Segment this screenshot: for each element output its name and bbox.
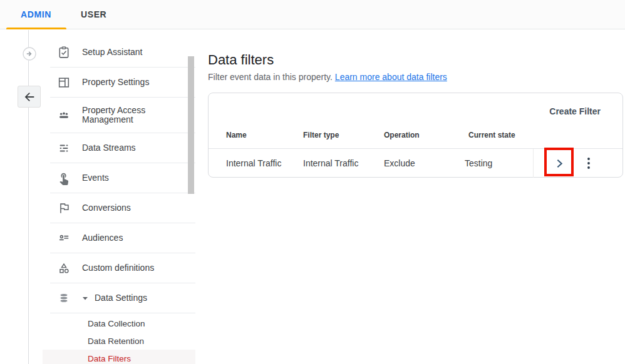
create-filter-button[interactable]: Create Filter — [549, 106, 601, 116]
sidebar-item-property-settings[interactable]: Property Settings — [43, 68, 195, 97]
touch-icon — [56, 171, 71, 186]
step-arrow-icon[interactable] — [23, 47, 36, 61]
column-header-filter-type: Filter type — [303, 131, 339, 139]
sidebar-item-label: Custom definitions — [82, 263, 154, 273]
sidebar-subitem-data-collection[interactable]: Data Collection — [43, 315, 195, 332]
learn-more-link[interactable]: Learn more about data filters — [335, 72, 447, 82]
column-header-operation: Operation — [384, 131, 420, 139]
page-subtitle: Filter event data in this property. Lear… — [208, 72, 447, 82]
arrow-left-icon — [23, 90, 36, 104]
sidebar-item-label: Events — [82, 173, 109, 183]
back-button[interactable] — [18, 86, 41, 108]
database-icon — [56, 291, 71, 306]
sidebar-item-label: Property Access Management — [82, 106, 163, 125]
annotation-box — [544, 148, 574, 176]
audience-icon — [56, 231, 71, 246]
sidebar-divider — [50, 313, 195, 313]
data-filters-card: Create Filter Name Filter type Operation… — [208, 93, 623, 178]
sidebar-subitem-label: Data Collection — [88, 319, 145, 328]
sidebar-item-custom-definitions[interactable]: Custom definitions — [43, 253, 195, 283]
page-title: Data filters — [208, 52, 274, 68]
sidebar-item-label: Audiences — [82, 233, 123, 243]
column-header-current-state: Current state — [468, 131, 515, 139]
top-tab-bar: ADMIN USER — [0, 0, 625, 29]
flag-icon — [56, 201, 71, 216]
chevron-down-icon[interactable] — [82, 295, 88, 301]
sidebar-item-data-streams[interactable]: Data Streams — [43, 133, 195, 163]
data-streams-icon — [56, 141, 71, 156]
sidebar-subitem-label: Data Retention — [88, 336, 144, 346]
cell-operation: Exclude — [384, 158, 415, 168]
people-icon — [56, 108, 71, 123]
timeline-rail — [28, 30, 29, 364]
sidebar-item-conversions[interactable]: Conversions — [43, 193, 195, 223]
actions-cell-divider — [533, 149, 534, 178]
ga-admin-screen: ADMIN USER Setup Assistant — [0, 0, 625, 364]
sidebar-item-audiences[interactable]: Audiences — [43, 223, 195, 253]
subtitle-text: Filter event data in this property. — [208, 72, 333, 82]
sidebar-scrollbar-thumb[interactable] — [188, 56, 194, 194]
data-settings-sublist: Data Collection Data Retention Data Filt… — [43, 315, 195, 364]
sidebar-subitem-data-filters[interactable]: Data Filters — [43, 350, 195, 364]
sidebar-item-setup-assistant[interactable]: Setup Assistant — [43, 38, 195, 67]
sidebar-subitem-label: Data Filters — [88, 354, 131, 363]
data-filters-panel: Data filters Filter event data in this p… — [208, 29, 625, 364]
sidebar-item-label: Setup Assistant — [82, 48, 143, 57]
sidebar-item-label: Property Settings — [82, 78, 149, 87]
sidebar-item-property-access-management[interactable]: Property Access Management — [43, 98, 195, 133]
admin-sidebar: Setup Assistant Property Settings Pro — [43, 29, 195, 364]
tab-admin[interactable]: ADMIN — [21, 9, 51, 19]
sidebar-item-label: Conversions — [82, 203, 131, 213]
cell-name: Internal Traffic — [226, 158, 281, 168]
sidebar-subitem-data-retention[interactable]: Data Retention — [43, 332, 195, 350]
tab-user[interactable]: USER — [81, 9, 106, 19]
property-settings-icon — [56, 75, 71, 90]
row-menu-button[interactable] — [583, 156, 594, 170]
kebab-menu-icon — [587, 157, 591, 169]
column-header-name: Name — [226, 131, 247, 139]
sidebar-item-label: Data Streams — [82, 143, 136, 153]
sidebar-item-label: Data Settings — [95, 293, 147, 303]
shapes-icon — [56, 261, 71, 276]
setup-assistant-icon — [56, 45, 71, 60]
cell-filter-type: Internal Traffic — [303, 158, 358, 168]
sidebar-item-data-settings[interactable]: Data Settings — [43, 283, 195, 313]
sidebar-item-events[interactable]: Events — [43, 163, 195, 193]
cell-current-state: Testing — [465, 158, 492, 168]
